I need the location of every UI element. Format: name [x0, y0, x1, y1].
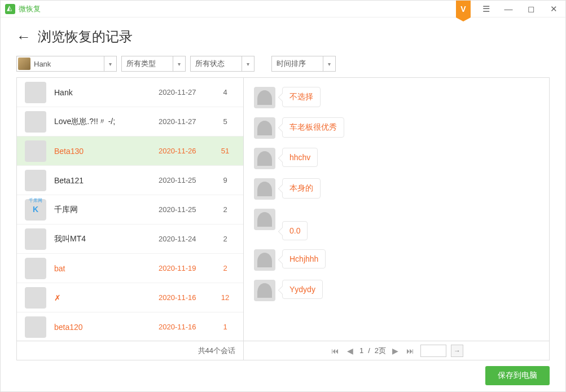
chevron-down-icon: ▾: [323, 56, 335, 71]
row-date: 2020-11-26: [159, 147, 215, 155]
row-count: 2: [215, 264, 235, 272]
row-date: 2020-11-16: [159, 323, 215, 331]
user-filter-label: Hank: [34, 60, 51, 68]
row-avatar-icon: [25, 316, 46, 338]
row-avatar-icon: [25, 258, 46, 279]
contact-avatar-icon: [254, 249, 275, 271]
row-date: 2020-11-16: [159, 293, 215, 302]
row-name: Beta121: [54, 176, 159, 185]
action-bar: 保存到电脑: [1, 360, 565, 385]
conversation-row[interactable]: Beta1302020-11-2651: [17, 136, 243, 166]
row-date: 2020-11-27: [159, 88, 215, 96]
contact-item[interactable]: 车老板很优秀: [254, 117, 539, 139]
contact-item[interactable]: Hchjhhh: [254, 249, 539, 271]
type-filter-label: 所有类型: [126, 59, 156, 69]
page-next-icon[interactable]: ▶: [391, 346, 400, 355]
row-date: 2020-11-25: [159, 205, 215, 214]
contact-avatar-icon: [254, 117, 275, 139]
row-avatar-icon: [25, 82, 46, 103]
conversation-row[interactable]: beta1202020-11-161: [17, 312, 243, 341]
row-date: 2020-11-24: [159, 235, 215, 243]
row-count: 4: [215, 88, 235, 96]
content-area: Hank2020-11-274Love崽崽.?!!〃 -/;2020-11-27…: [16, 77, 550, 341]
maximize-button[interactable]: ◻: [524, 2, 538, 16]
status-filter-label: 所有状态: [195, 59, 225, 69]
conversation-row[interactable]: bat2020-11-192: [17, 254, 243, 283]
page-input[interactable]: [420, 345, 446, 357]
contact-panel[interactable]: 不选择车老板很优秀hhchv本身的0.0HchjhhhYydydy: [244, 78, 549, 341]
sort-select[interactable]: 时间排序 ▾: [271, 56, 336, 72]
row-avatar-icon: 千库网: [25, 199, 46, 221]
app-name: 微恢复: [19, 4, 41, 14]
conversation-row[interactable]: 千库网千库网2020-11-252: [17, 195, 243, 224]
user-filter-select[interactable]: Hank ▾: [16, 56, 117, 72]
menu-icon[interactable]: ☰: [479, 2, 493, 16]
contact-item[interactable]: 不选择: [254, 87, 539, 108]
row-count: 9: [215, 176, 235, 184]
row-avatar-icon: [25, 111, 46, 133]
titlebar: 微恢复 V ☰ — ◻ ✕: [1, 1, 565, 17]
back-arrow-icon[interactable]: ←: [16, 28, 31, 46]
vip-badge-icon[interactable]: V: [456, 1, 471, 17]
page-go-button[interactable]: →: [451, 345, 463, 357]
contact-item[interactable]: 0.0: [254, 209, 539, 240]
contact-item[interactable]: 本身的: [254, 178, 539, 200]
status-filter-select[interactable]: 所有状态 ▾: [190, 56, 255, 72]
page-last-icon[interactable]: ⏭: [405, 346, 416, 355]
row-count: 12: [215, 293, 235, 302]
row-count: 2: [215, 235, 235, 243]
conversation-row[interactable]: Love崽崽.?!!〃 -/;2020-11-275: [17, 107, 243, 136]
row-count: 2: [215, 205, 235, 214]
row-date: 2020-11-27: [159, 117, 215, 126]
contact-label: 不选择: [282, 87, 321, 107]
conversation-row[interactable]: ✗2020-11-1612: [17, 283, 243, 312]
page-sep: /: [368, 346, 370, 355]
row-avatar-icon: [25, 170, 46, 191]
contact-item[interactable]: Yydydy: [254, 280, 539, 301]
row-name: Hank: [54, 88, 159, 97]
chevron-down-icon: ▾: [104, 56, 116, 71]
total-count: 共44个会话: [17, 341, 244, 360]
contact-avatar-icon: [254, 178, 275, 200]
page-first-icon[interactable]: ⏮: [330, 346, 341, 355]
row-name: beta120: [54, 323, 159, 332]
contact-avatar-icon: [254, 148, 275, 169]
contact-avatar-icon: [254, 87, 275, 108]
contact-label: 本身的: [282, 178, 321, 199]
page-header: ← 浏览恢复的记录: [1, 17, 565, 52]
close-button[interactable]: ✕: [546, 2, 561, 16]
pagination: ⏮ ◀ 1 / 2页 ▶ ⏭ →: [244, 345, 549, 357]
contact-item[interactable]: hhchv: [254, 148, 539, 169]
conversation-row[interactable]: Hank2020-11-274: [17, 78, 243, 107]
chevron-down-icon: ▾: [242, 56, 254, 71]
row-avatar-icon: [25, 228, 46, 250]
contact-label: hhchv: [282, 148, 318, 167]
save-to-computer-button[interactable]: 保存到电脑: [485, 366, 550, 385]
row-name: Love崽崽.?!!〃 -/;: [54, 117, 159, 127]
sort-label: 时间排序: [277, 59, 306, 69]
page-title: 浏览恢复的记录: [38, 28, 133, 46]
footer-bar: 共44个会话 ⏮ ◀ 1 / 2页 ▶ ⏭ →: [16, 341, 550, 360]
row-count: 1: [215, 323, 235, 331]
contact-label: Yydydy: [282, 280, 323, 299]
contact-label: 车老板很优秀: [282, 117, 344, 138]
row-date: 2020-11-19: [159, 264, 215, 272]
contact-avatar-icon: [254, 209, 275, 230]
row-name: ✗: [54, 293, 159, 302]
row-name: 我叫MT4: [54, 234, 159, 244]
row-count: 51: [215, 147, 235, 155]
contact-label: 0.0: [282, 221, 308, 240]
minimize-button[interactable]: —: [501, 2, 516, 16]
row-avatar-icon: [25, 287, 46, 309]
conversation-row[interactable]: 我叫MT42020-11-242: [17, 224, 243, 254]
contact-label: Hchjhhh: [282, 249, 326, 268]
conversation-list[interactable]: Hank2020-11-274Love崽崽.?!!〃 -/;2020-11-27…: [17, 78, 244, 341]
type-filter-select[interactable]: 所有类型 ▾: [121, 56, 186, 72]
row-name: 千库网: [54, 205, 159, 215]
user-avatar-icon: [18, 58, 30, 70]
row-avatar-icon: [25, 140, 46, 162]
row-name: Beta130: [54, 147, 159, 156]
page-prev-icon[interactable]: ◀: [345, 346, 355, 355]
page-total: 2页: [375, 346, 386, 356]
conversation-row[interactable]: Beta1212020-11-259: [17, 166, 243, 195]
